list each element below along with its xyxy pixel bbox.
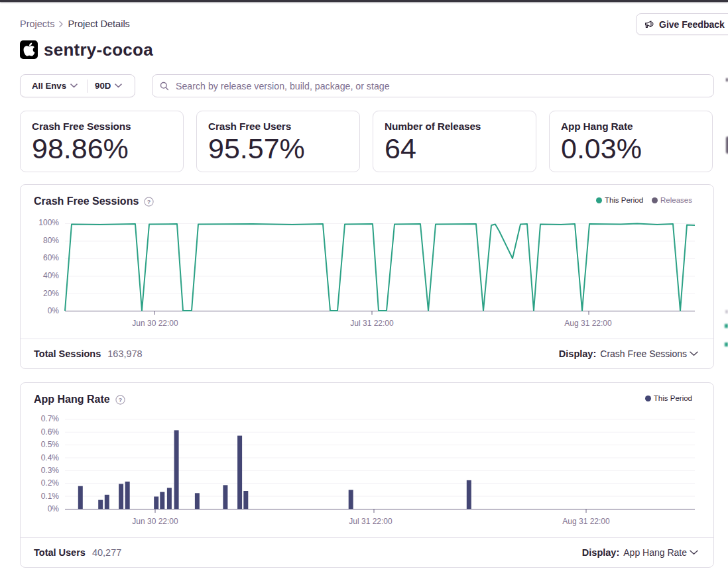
svg-text:0.7%: 0.7% [41,414,60,423]
svg-text:Jun 30 22:00: Jun 30 22:00 [132,319,178,328]
svg-text:0.3%: 0.3% [41,466,60,475]
svg-text:0.1%: 0.1% [41,492,60,501]
svg-text:20%: 20% [43,289,59,298]
svg-text:0.4%: 0.4% [41,453,60,462]
svg-text:Jul 31 22:00: Jul 31 22:00 [349,517,393,526]
svg-text:80%: 80% [43,236,59,245]
svg-text:Jun 30 22:00: Jun 30 22:00 [132,517,178,526]
svg-text:Aug 31 22:00: Aug 31 22:00 [564,319,612,328]
svg-text:0%: 0% [48,306,60,315]
svg-text:0%: 0% [48,504,60,513]
svg-text:100%: 100% [38,218,59,227]
svg-text:Aug 31 22:00: Aug 31 22:00 [562,517,610,526]
svg-text:0.6%: 0.6% [41,427,60,437]
svg-text:Jul 31 22:00: Jul 31 22:00 [350,319,394,328]
svg-text:0.2%: 0.2% [41,478,60,488]
svg-text:40%: 40% [43,271,59,280]
svg-text:0.5%: 0.5% [41,440,60,449]
svg-text:60%: 60% [43,253,59,262]
